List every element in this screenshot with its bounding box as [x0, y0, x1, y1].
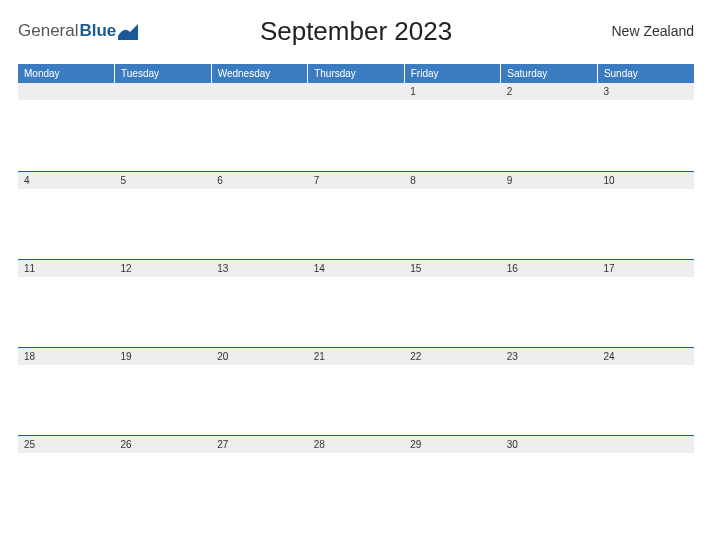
- region-label: New Zealand: [612, 23, 695, 39]
- day-number: 10: [597, 171, 694, 189]
- day-number: 19: [115, 347, 212, 365]
- weekday-header: Tuesday: [115, 64, 212, 83]
- day-number: [308, 83, 405, 100]
- calendar-day: 4: [18, 171, 115, 259]
- weekday-header: Wednesday: [211, 64, 308, 83]
- day-number: 22: [404, 347, 501, 365]
- calendar-day: 21: [308, 347, 405, 435]
- calendar-day: 16: [501, 259, 598, 347]
- calendar-day: 29: [404, 435, 501, 523]
- day-number: 26: [115, 435, 212, 453]
- day-number: 30: [501, 435, 598, 453]
- day-number: 14: [308, 259, 405, 277]
- calendar-week: 11 12 13 14 15 16 17: [18, 259, 694, 347]
- calendar-header: General Blue September 2023 New Zealand: [18, 10, 694, 52]
- weekday-header: Friday: [404, 64, 501, 83]
- day-number: 21: [308, 347, 405, 365]
- calendar-day: 5: [115, 171, 212, 259]
- day-number: 11: [18, 259, 115, 277]
- weekday-header: Sunday: [597, 64, 694, 83]
- calendar-day: 30: [501, 435, 598, 523]
- day-number: 28: [308, 435, 405, 453]
- day-number: 29: [404, 435, 501, 453]
- calendar-day: 3: [597, 83, 694, 171]
- calendar-day: 17: [597, 259, 694, 347]
- day-number: 2: [501, 83, 598, 100]
- calendar-day: 1: [404, 83, 501, 171]
- logo-text-blue: Blue: [79, 21, 116, 41]
- day-number: 4: [18, 171, 115, 189]
- day-number: [211, 83, 308, 100]
- calendar-day: 25: [18, 435, 115, 523]
- day-number: 9: [501, 171, 598, 189]
- day-number: 20: [211, 347, 308, 365]
- weekday-header: Saturday: [501, 64, 598, 83]
- calendar-day: [211, 83, 308, 171]
- calendar-day: 9: [501, 171, 598, 259]
- day-number: 5: [115, 171, 212, 189]
- day-number: 25: [18, 435, 115, 453]
- calendar-grid: Monday Tuesday Wednesday Thursday Friday…: [18, 64, 694, 523]
- day-number: 17: [597, 259, 694, 277]
- calendar-day: 24: [597, 347, 694, 435]
- calendar-day: 28: [308, 435, 405, 523]
- calendar-day: 26: [115, 435, 212, 523]
- calendar-day: 12: [115, 259, 212, 347]
- day-number: [597, 435, 694, 453]
- calendar-day: 2: [501, 83, 598, 171]
- day-number: 13: [211, 259, 308, 277]
- brand-logo: General Blue: [18, 21, 138, 41]
- calendar-day: 22: [404, 347, 501, 435]
- logo-wave-icon: [118, 22, 138, 40]
- day-number: 23: [501, 347, 598, 365]
- calendar-week: 18 19 20 21 22 23 24: [18, 347, 694, 435]
- day-number: 18: [18, 347, 115, 365]
- calendar-week: 4 5 6 7 8 9 10: [18, 171, 694, 259]
- calendar-week: 25 26 27 28 29 30: [18, 435, 694, 523]
- day-number: 7: [308, 171, 405, 189]
- calendar-day: [18, 83, 115, 171]
- weekday-header-row: Monday Tuesday Wednesday Thursday Friday…: [18, 64, 694, 83]
- calendar-day: [308, 83, 405, 171]
- day-number: 16: [501, 259, 598, 277]
- day-number: [18, 83, 115, 100]
- day-number: 6: [211, 171, 308, 189]
- calendar-day: 8: [404, 171, 501, 259]
- calendar-day: 23: [501, 347, 598, 435]
- day-number: 8: [404, 171, 501, 189]
- weekday-header: Monday: [18, 64, 115, 83]
- day-number: 24: [597, 347, 694, 365]
- calendar-day: 15: [404, 259, 501, 347]
- calendar-day: 19: [115, 347, 212, 435]
- calendar-day: 7: [308, 171, 405, 259]
- calendar-body: 1 2 3 4 5 6 7 8 9 10 11 12 13 14 15 16 1…: [18, 83, 694, 523]
- calendar-day: 27: [211, 435, 308, 523]
- day-number: 12: [115, 259, 212, 277]
- calendar-day: 11: [18, 259, 115, 347]
- day-number: 15: [404, 259, 501, 277]
- calendar-title: September 2023: [260, 16, 452, 47]
- calendar-day: [597, 435, 694, 523]
- logo-text-general: General: [18, 21, 78, 41]
- calendar-day: 14: [308, 259, 405, 347]
- calendar-day: 10: [597, 171, 694, 259]
- day-number: [115, 83, 212, 100]
- calendar-day: 20: [211, 347, 308, 435]
- calendar-day: 18: [18, 347, 115, 435]
- calendar-day: [115, 83, 212, 171]
- calendar-week: 1 2 3: [18, 83, 694, 171]
- day-number: 3: [597, 83, 694, 100]
- calendar-day: 13: [211, 259, 308, 347]
- weekday-header: Thursday: [308, 64, 405, 83]
- day-number: 27: [211, 435, 308, 453]
- calendar-day: 6: [211, 171, 308, 259]
- day-number: 1: [404, 83, 501, 100]
